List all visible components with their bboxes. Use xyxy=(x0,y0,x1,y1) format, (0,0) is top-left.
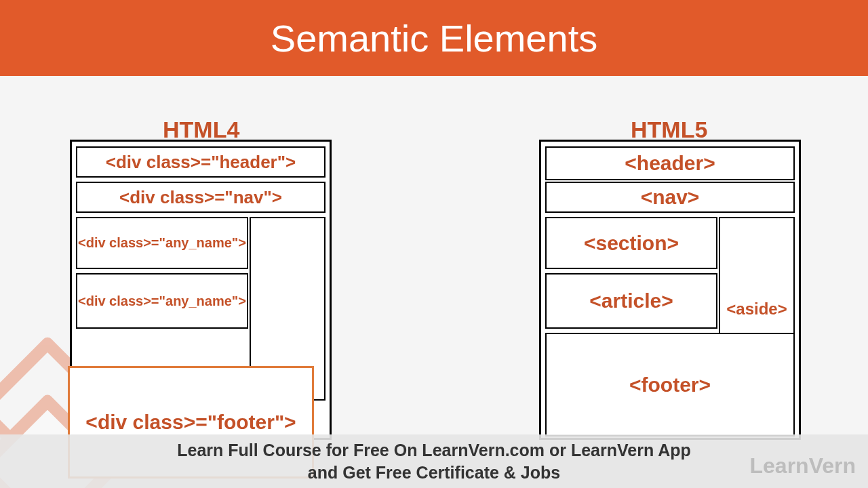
banner-line2: and Get Free Certificate & Jobs xyxy=(308,462,560,484)
promo-banner: Learn Full Course for Free On LearnVern.… xyxy=(0,434,868,488)
diagram-area: HTML4 HTML5 <div class>="header"> <div c… xyxy=(0,76,868,488)
html4-article-box: <div class>="any_name"> xyxy=(76,273,248,329)
page-title: Semantic Elements xyxy=(271,16,597,60)
banner-line1: Learn Full Course for Free On LearnVern.… xyxy=(177,439,691,462)
brand-watermark: LearnVern xyxy=(749,453,856,479)
html4-header-box: <div class>="header"> xyxy=(76,146,326,178)
html4-nav-box: <div class>="nav"> xyxy=(76,182,326,213)
html5-layout-container: <header> <nav> <section> <article> <asid… xyxy=(539,140,801,440)
html5-header-box: <header> xyxy=(545,146,795,180)
html5-article-box: <article> xyxy=(545,273,717,329)
html5-footer-box: <footer> xyxy=(545,333,795,436)
html4-section-box: <div class>="any_name"> xyxy=(76,217,248,269)
html5-nav-box: <nav> xyxy=(545,182,795,213)
html5-section-box: <section> xyxy=(545,217,717,269)
title-bar: Semantic Elements xyxy=(0,0,868,76)
